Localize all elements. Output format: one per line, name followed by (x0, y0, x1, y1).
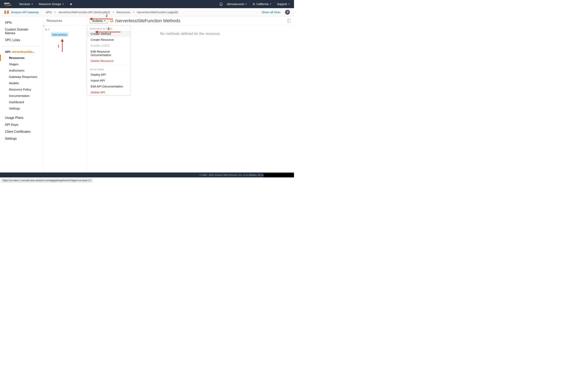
sidebar-apis[interactable]: APIs (0, 19, 43, 26)
footer-overlay (263, 173, 294, 177)
breadcrumb-separator: > (112, 11, 114, 14)
tree-child-node[interactable]: /serverless (51, 33, 68, 37)
page-title: /serverlessSiteFunction Methods (115, 18, 180, 24)
breadcrumb-separator: > (54, 11, 56, 14)
menu-enable-cors: Enable CORS (87, 43, 130, 49)
nav-services[interactable]: Services (19, 2, 33, 6)
nav-account[interactable]: demoaccount (227, 2, 247, 6)
annotation-arrow-2: 2 (89, 17, 114, 21)
top-navbar: aws Services Resource Groups demoaccount… (0, 0, 294, 8)
sidebar-settings[interactable]: Settings (0, 135, 43, 142)
svg-rect-2 (7, 11, 9, 14)
svg-marker-10 (95, 31, 98, 33)
main-area: APIs Custom Domain Names VPC Links API: … (0, 16, 294, 177)
nav-region[interactable]: N. California (253, 2, 271, 6)
sidebar-vpc-links[interactable]: VPC Links (0, 37, 43, 44)
breadcrumb-item[interactable]: APIs (46, 11, 52, 14)
menu-create-resource[interactable]: Create Resource (87, 37, 130, 43)
sidebar-api-label: API: serverlessSite... (0, 49, 43, 55)
annotation-number-3: 3 (108, 27, 109, 31)
chevron-down-icon (270, 4, 271, 5)
breadcrumb-item[interactable]: Resources (117, 11, 130, 14)
tree-collapse-icon[interactable]: ▼ (45, 28, 47, 31)
chevron-down-icon (31, 4, 33, 5)
svg-rect-3 (6, 11, 7, 12)
annotation-number-1: 1 (58, 44, 60, 48)
tree-root-label: / (48, 28, 49, 31)
dropdown-divider (87, 65, 130, 65)
chevron-down-icon (62, 4, 64, 5)
nav-resource-groups[interactable]: Resource Groups (39, 2, 64, 6)
nav-notifications[interactable] (219, 2, 227, 6)
help-icon[interactable]: ? (285, 10, 290, 15)
menu-import-api[interactable]: Import API (87, 77, 130, 83)
sidebar-api-name[interactable]: serverlessSite... (12, 50, 35, 53)
sidebar-item-documentation[interactable]: Documentation (0, 92, 43, 99)
documentation-icon[interactable] (287, 18, 291, 23)
status-url: https://us-west-1.console.aws.amazon.com… (1, 178, 93, 183)
nav-pin[interactable] (70, 3, 72, 6)
sidebar-item-resources[interactable]: Resources (0, 55, 43, 61)
annotation-arrow-1: 1 (59, 39, 65, 53)
svg-rect-1 (4, 11, 6, 14)
pin-icon (70, 3, 72, 6)
nav-region-label: N. California (253, 2, 268, 6)
sidebar-item-models[interactable]: Models (0, 80, 43, 86)
menu-edit-api-documentation[interactable]: Edit API Documentation (87, 83, 130, 89)
sidebar-client-certificates[interactable]: Client Certificates (0, 128, 43, 135)
svg-rect-4 (6, 13, 7, 13)
api-gateway-icon (4, 10, 9, 15)
sidebar-api-prefix: API: (5, 50, 12, 53)
nav-resource-groups-label: Resource Groups (39, 2, 61, 6)
nav-services-label: Services (19, 2, 30, 6)
sidebar-item-resource-policy[interactable]: Resource Policy (0, 86, 43, 92)
breadcrumb-item[interactable]: serverlessSiteFunction-API (dci4zny6p2) (58, 11, 110, 14)
left-sidebar: APIs Custom Domain Names VPC Links API: … (0, 16, 43, 177)
sidebar-item-dashboard[interactable]: Dashboard (0, 99, 43, 105)
sidebar-item-stages[interactable]: Stages (0, 61, 43, 67)
svg-marker-8 (89, 17, 92, 20)
svg-text:aws: aws (4, 1, 10, 5)
sidebar-api-keys[interactable]: API Keys (0, 121, 43, 128)
sidebar-usage-plans[interactable]: Usage Plans (0, 114, 43, 121)
menu-edit-resource-documentation[interactable]: Edit Resource Documentation (87, 49, 130, 58)
aws-logo[interactable]: aws (4, 1, 13, 7)
breadcrumb-service[interactable]: Amazon API Gateway (11, 11, 39, 14)
sidebar-item-settings[interactable]: Settings (0, 105, 43, 111)
sidebar-item-authorizers[interactable]: Authorizers (0, 67, 43, 74)
browser-status-bar: https://us-west-1.console.aws.amazon.com… (0, 177, 294, 184)
menu-delete-api[interactable]: Delete API (87, 89, 130, 95)
sidebar-item-gateway-responses[interactable]: Gateway Responses (0, 74, 43, 80)
menu-deploy-api[interactable]: Deploy API (87, 72, 130, 77)
breadcrumb-item[interactable]: /serverlessSiteFunction (wgkql3) (137, 11, 178, 14)
chevron-down-icon (288, 4, 290, 5)
annotation-arrow-3: 3 (95, 30, 121, 34)
breadcrumb-separator: > (133, 11, 134, 14)
dropdown-section-api-actions: API ACTIONS (87, 67, 130, 72)
show-all-hints-link[interactable]: Show all hints (261, 10, 281, 14)
bell-icon (219, 2, 223, 6)
nav-support[interactable]: Support (277, 2, 290, 6)
nav-account-label: demoaccount (227, 2, 244, 6)
sidebar-divider (2, 46, 41, 46)
tree-header-label: Resources (47, 19, 62, 23)
content-header: Actions /serverlessSiteFunction Methods (87, 16, 294, 25)
sidebar-custom-domain-names[interactable]: Custom Domain Names (0, 26, 43, 37)
nav-support-label: Support (277, 2, 287, 6)
annotation-number-2: 2 (106, 14, 108, 18)
footer-bar: © 2008 - 2020, Amazon Web Services, Inc.… (0, 173, 294, 177)
tree-header: Resources (43, 16, 86, 25)
svg-marker-6 (61, 39, 64, 42)
breadcrumb-bar: Amazon API Gateway APIs > serverlessSite… (0, 8, 294, 16)
menu-delete-resource[interactable]: Delete Resource (87, 58, 130, 64)
chevron-down-icon (245, 4, 247, 5)
content-panel: Actions /serverlessSiteFunction Methods … (87, 16, 294, 177)
actions-dropdown: RESOURCE ACTIONS Create Method Create Re… (87, 25, 131, 95)
tree-root-node[interactable]: ▼ / (45, 28, 85, 31)
